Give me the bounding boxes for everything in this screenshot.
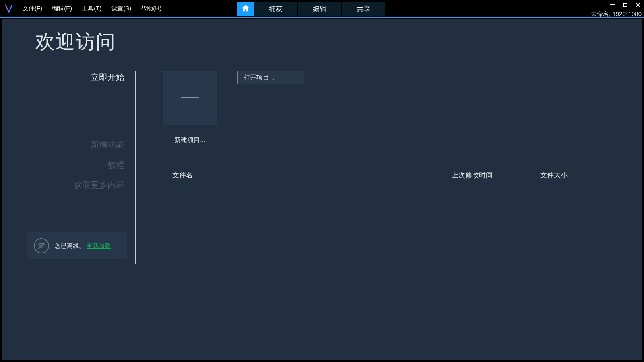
col-header-modified: 上次修改时间 bbox=[452, 171, 540, 180]
sidenav-get-more[interactable]: 获取更多内容 bbox=[27, 179, 135, 191]
menu-edit[interactable]: 编辑(E) bbox=[47, 0, 77, 17]
welcome-sidenav: 立即开始 新增功能 教程 获取更多内容 您已离线。 重新加载 bbox=[27, 71, 136, 264]
plus-icon bbox=[179, 86, 201, 110]
sidenav-whats-new[interactable]: 新增功能 bbox=[27, 138, 135, 151]
new-project-label: 新建项目... bbox=[174, 136, 205, 144]
tab-capture[interactable]: 捕获 bbox=[254, 2, 297, 16]
close-button[interactable] bbox=[634, 1, 642, 8]
maximize-icon bbox=[623, 3, 627, 7]
offline-message: 您已离线。 bbox=[55, 242, 85, 249]
new-project-box bbox=[163, 71, 217, 125]
window-controls bbox=[609, 0, 642, 10]
offline-text: 您已离线。 重新加载 bbox=[55, 242, 111, 250]
sidenav-tutorials[interactable]: 教程 bbox=[27, 158, 135, 171]
app-logo-icon bbox=[0, 0, 18, 17]
main-tabs: 捕获 编辑 共享 bbox=[237, 2, 386, 16]
close-icon bbox=[636, 2, 640, 8]
offline-panel: 您已离线。 重新加载 bbox=[27, 232, 127, 259]
minimize-icon bbox=[610, 4, 615, 5]
welcome-content: 新建项目... 打开项目... 文件名 上次修改时间 文件大小 bbox=[163, 71, 598, 352]
sidenav-start-now[interactable]: 立即开始 bbox=[27, 71, 135, 84]
maximize-button[interactable] bbox=[621, 1, 629, 8]
menu-tools[interactable]: 工具(T) bbox=[77, 0, 106, 17]
menu-help[interactable]: 帮助(H) bbox=[136, 0, 166, 17]
welcome-body: 欢迎访问 立即开始 新增功能 教程 获取更多内容 您已离线。 bbox=[2, 19, 642, 360]
offline-reload-link[interactable]: 重新加载 bbox=[87, 242, 111, 249]
home-icon bbox=[242, 4, 250, 14]
tab-home[interactable] bbox=[237, 2, 254, 16]
menu-file[interactable]: 文件(F) bbox=[18, 0, 47, 17]
col-header-size: 文件大小 bbox=[540, 171, 588, 180]
file-list-header: 文件名 上次修改时间 文件大小 bbox=[163, 168, 598, 182]
col-header-filename: 文件名 bbox=[172, 171, 452, 180]
minimize-button[interactable] bbox=[609, 1, 616, 8]
welcome-title: 欢迎访问 bbox=[35, 29, 116, 55]
tab-share[interactable]: 共享 bbox=[342, 2, 385, 16]
offline-icon bbox=[34, 238, 49, 253]
titlebar: 文件(F) 编辑(E) 工具(T) 设置(S) 帮助(H) 捕获 编辑 共享 bbox=[0, 0, 644, 18]
project-status-label: 未命名, 1920*1080 bbox=[591, 10, 642, 18]
open-project-button[interactable]: 打开项目... bbox=[237, 71, 304, 84]
new-project-card[interactable]: 新建项目... bbox=[163, 71, 217, 144]
tab-edit[interactable]: 编辑 bbox=[298, 2, 341, 16]
menubar: 文件(F) 编辑(E) 工具(T) 设置(S) 帮助(H) bbox=[18, 0, 166, 17]
divider bbox=[163, 158, 598, 158]
app-window: 文件(F) 编辑(E) 工具(T) 设置(S) 帮助(H) 捕获 编辑 共享 bbox=[0, 0, 644, 362]
menu-settings[interactable]: 设置(S) bbox=[106, 0, 136, 17]
